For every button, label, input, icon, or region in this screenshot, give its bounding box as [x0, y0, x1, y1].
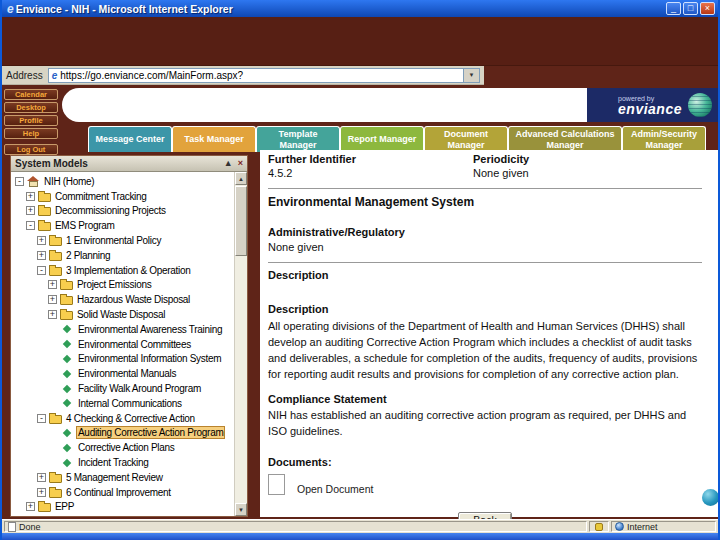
tree-expander-icon[interactable]: +	[37, 473, 46, 482]
tree-item-label[interactable]: 5 Management Review	[65, 472, 164, 483]
tree-item[interactable]: + Hazardous Waste Disposal	[11, 292, 234, 307]
tree-item-label[interactable]: 3 Implementation & Operation	[65, 265, 191, 276]
tree-expander-icon[interactable]	[48, 458, 57, 467]
manager-tab[interactable]: Template Manager	[256, 126, 340, 152]
manager-tab[interactable]: Task Manager	[172, 126, 256, 152]
tree-item[interactable]: + Decommissioning Projects	[11, 204, 234, 219]
compliance-statement-label: Compliance Statement	[268, 393, 702, 405]
tree-expander-icon[interactable]: +	[48, 280, 57, 289]
tree-item-label[interactable]: Decommissioning Projects	[54, 205, 167, 216]
tree-item[interactable]: - 3 Implementation & Operation	[11, 263, 234, 278]
tree-item-label[interactable]: Environmental Committees	[77, 339, 192, 350]
tree-item-label[interactable]: Incident Tracking	[77, 457, 150, 468]
address-dropdown-button[interactable]: ▼	[463, 69, 479, 82]
tree-expander-icon[interactable]: -	[26, 221, 35, 230]
tree-item[interactable]: + 2 Planning	[11, 248, 234, 263]
address-input[interactable]: e https://go.enviance.com/MainForm.aspx?…	[48, 68, 480, 83]
tree-expander-icon[interactable]	[48, 384, 57, 393]
tree-item[interactable]: - 4 Checking & Corrective Action	[11, 411, 234, 426]
tree-item-label[interactable]: Environmental Awareness Training	[77, 324, 223, 335]
manager-tab[interactable]: Admin/Security Manager	[622, 126, 706, 152]
windows-taskbar[interactable]	[2, 533, 718, 540]
tree-item-label[interactable]: Hazardous Waste Disposal	[76, 294, 191, 305]
corner-ball-graphic	[702, 489, 719, 506]
tree-item[interactable]: Environmental Committees	[11, 337, 234, 352]
tree-expander-icon[interactable]	[48, 428, 57, 437]
tree-item-label[interactable]: EMS Program	[54, 220, 116, 231]
manager-tab[interactable]: Document Manager	[424, 126, 508, 152]
side-nav-button[interactable]: Help	[4, 128, 58, 139]
tree-item[interactable]: Internal Communications	[11, 396, 234, 411]
tree-expander-icon[interactable]	[48, 340, 57, 349]
open-document-link[interactable]: Open Document	[297, 483, 373, 495]
tree-item-label[interactable]: Auditing Corrective Action Program	[77, 427, 224, 438]
tree-item[interactable]: Incident Tracking	[11, 455, 234, 470]
tree-item[interactable]: Facility Walk Around Program	[11, 381, 234, 396]
tree-item-label[interactable]: Project Emissions	[76, 279, 152, 290]
tree-expander-icon[interactable]: -	[37, 414, 46, 423]
tree-item-label[interactable]: NIH (Home)	[43, 176, 95, 187]
tree-item-label[interactable]: Solid Waste Disposal	[76, 309, 166, 320]
tree-expander-icon[interactable]: +	[37, 251, 46, 260]
tree-item[interactable]: Auditing Corrective Action Program	[11, 426, 234, 441]
tree-expander-icon[interactable]	[48, 354, 57, 363]
side-nav-button[interactable]: Log Out	[4, 144, 58, 155]
tree-item[interactable]: + Solid Waste Disposal	[11, 307, 234, 322]
tree-item[interactable]: + 6 Continual Improvement	[11, 485, 234, 500]
tree-expander-icon[interactable]: +	[48, 310, 57, 319]
tree-expander-icon[interactable]	[48, 443, 57, 452]
tree-item[interactable]: + EPP	[11, 500, 234, 515]
tree-item[interactable]: Environmental Manuals	[11, 366, 234, 381]
tree-item-label[interactable]: Environmental Manuals	[77, 368, 177, 379]
tree-expander-icon[interactable]: +	[26, 502, 35, 511]
tree-item[interactable]: + Commitment Tracking	[11, 189, 234, 204]
tree-expander-icon[interactable]: +	[37, 488, 46, 497]
tree-item[interactable]: Environmental Information System	[11, 352, 234, 367]
tree-item[interactable]: + 5 Management Review	[11, 470, 234, 485]
maximize-button[interactable]: □	[683, 2, 698, 15]
tree-item-label[interactable]: 4 Checking & Corrective Action	[65, 413, 196, 424]
tree-expander-icon[interactable]: -	[15, 177, 24, 186]
tree-item-label[interactable]: 6 Continual Improvement	[65, 487, 172, 498]
tree-item-label[interactable]: EPP	[54, 501, 75, 512]
manager-tab[interactable]: Advanced Calculations Manager	[508, 126, 622, 152]
tree-expander-icon[interactable]	[48, 325, 57, 334]
minimize-button[interactable]: _	[666, 2, 681, 15]
tree-expander-icon[interactable]: +	[26, 206, 35, 215]
close-button[interactable]: ×	[700, 2, 715, 15]
tree-item[interactable]: Corrective Action Plans	[11, 440, 234, 455]
title-bar: e Enviance - NIH - Microsoft Internet Ex…	[2, 0, 718, 17]
tree-item[interactable]: + Project Emissions	[11, 278, 234, 293]
tree-expander-icon[interactable]: -	[37, 266, 46, 275]
tree-item[interactable]: - NIH (Home)	[11, 174, 234, 189]
tree-item-label[interactable]: Facility Walk Around Program	[77, 383, 202, 394]
tree-expander-icon[interactable]	[48, 399, 57, 408]
side-nav-button[interactable]: Desktop	[4, 102, 58, 113]
manager-tab[interactable]: Report Manager	[340, 126, 424, 152]
tree-item[interactable]: Environmental Awareness Training	[11, 322, 234, 337]
tree-item-label[interactable]: Corrective Action Plans	[77, 442, 175, 453]
tree-expander-icon[interactable]	[48, 369, 57, 378]
manager-tab-bar: Message Center Task Manager Template Man…	[88, 126, 706, 152]
tree-expander-icon[interactable]: +	[48, 295, 57, 304]
tree-expander-icon[interactable]: +	[26, 192, 35, 201]
document-icon[interactable]	[268, 474, 285, 495]
tree-item[interactable]: + 1 Environmental Policy	[11, 233, 234, 248]
close-panel-icon[interactable]: ×	[238, 159, 243, 168]
tree-item[interactable]: - EMS Program	[11, 218, 234, 233]
tree-expander-icon[interactable]: +	[37, 236, 46, 245]
tree-item-label[interactable]: 2 Planning	[65, 250, 111, 261]
tree-item-label[interactable]: 1 Environmental Policy	[65, 235, 162, 246]
scroll-up-button[interactable]: ▲	[235, 172, 247, 185]
side-nav-button[interactable]: Profile	[4, 115, 58, 126]
tree-item-label[interactable]: Internal Communications	[77, 398, 183, 409]
side-nav-button[interactable]: Calendar	[4, 89, 58, 100]
tree-item-label[interactable]: Environmental Information System	[77, 353, 222, 364]
address-url[interactable]: https://go.enviance.com/MainForm.aspx?	[60, 70, 463, 81]
tree-item-label[interactable]: Commitment Tracking	[54, 191, 148, 202]
dock-panel-icon[interactable]: ▲	[224, 159, 233, 168]
tree-scrollbar[interactable]: ▲ ▼	[234, 172, 247, 516]
scrollbar-thumb[interactable]	[235, 186, 247, 256]
scroll-down-button[interactable]: ▼	[235, 503, 247, 516]
manager-tab[interactable]: Message Center	[88, 126, 172, 152]
